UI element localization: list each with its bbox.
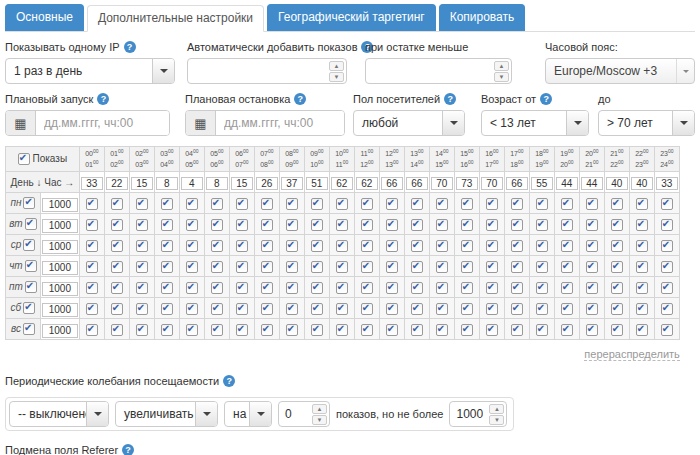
day-limit-input-ср[interactable] [42, 240, 78, 254]
hour-checkbox-вт-6[interactable] [236, 219, 248, 231]
hour-checkbox-вт-2[interactable] [136, 219, 148, 231]
chevron-down-icon[interactable] [676, 59, 694, 83]
spinner-buttons[interactable]: ▲▼ [329, 61, 344, 81]
hour-checkbox-сб-0[interactable] [86, 303, 98, 315]
hour-checkbox-вс-0[interactable] [86, 324, 98, 336]
hour-value-input-10[interactable] [331, 177, 353, 190]
hour-checkbox-пт-1[interactable] [111, 282, 123, 294]
shows-select-all-checkbox[interactable] [18, 153, 30, 165]
hour-value-input-15[interactable] [456, 177, 478, 190]
hour-checkbox-пт-13[interactable] [411, 282, 423, 294]
spinner-buttons[interactable]: ▲▼ [494, 61, 509, 81]
hour-checkbox-ср-3[interactable] [161, 240, 173, 252]
hour-checkbox-вт-8[interactable] [286, 219, 298, 231]
hour-checkbox-вс-22[interactable] [636, 324, 648, 336]
hour-checkbox-вс-11[interactable] [361, 324, 373, 336]
hour-checkbox-чт-15[interactable] [461, 261, 473, 273]
hour-checkbox-пн-5[interactable] [211, 198, 223, 210]
hour-checkbox-пн-23[interactable] [661, 198, 673, 210]
hour-checkbox-пт-17[interactable] [511, 282, 523, 294]
hour-value-input-12[interactable] [381, 177, 403, 190]
hour-value-input-9[interactable] [306, 177, 328, 190]
hour-checkbox-пт-7[interactable] [261, 282, 273, 294]
spinner-buttons[interactable]: ▲▼ [489, 404, 504, 424]
hour-checkbox-пт-21[interactable] [611, 282, 623, 294]
hour-checkbox-вс-14[interactable] [436, 324, 448, 336]
hour-checkbox-чт-21[interactable] [611, 261, 623, 273]
chevron-down-icon[interactable] [566, 111, 588, 135]
hour-value-input-5[interactable] [206, 177, 228, 190]
hour-checkbox-сб-1[interactable] [111, 303, 123, 315]
hour-checkbox-вт-23[interactable] [661, 219, 673, 231]
tab-0[interactable]: Основные [5, 4, 84, 31]
hour-checkbox-пт-15[interactable] [461, 282, 473, 294]
hour-checkbox-пн-4[interactable] [186, 198, 198, 210]
hour-checkbox-чт-5[interactable] [211, 261, 223, 273]
hour-checkbox-пн-7[interactable] [261, 198, 273, 210]
hour-checkbox-вс-18[interactable] [536, 324, 548, 336]
hour-checkbox-пн-19[interactable] [561, 198, 573, 210]
hour-checkbox-чт-20[interactable] [586, 261, 598, 273]
day-limit-input-пн[interactable] [42, 198, 78, 212]
help-icon[interactable]: ? [122, 444, 134, 455]
hour-checkbox-чт-14[interactable] [436, 261, 448, 273]
hour-checkbox-пн-8[interactable] [286, 198, 298, 210]
hour-checkbox-пн-3[interactable] [161, 198, 173, 210]
hour-checkbox-пн-10[interactable] [336, 198, 348, 210]
help-icon[interactable]: ? [444, 93, 456, 105]
hour-checkbox-сб-14[interactable] [436, 303, 448, 315]
hour-checkbox-ср-2[interactable] [136, 240, 148, 252]
hour-value-input-7[interactable] [256, 177, 278, 190]
hour-checkbox-вс-17[interactable] [511, 324, 523, 336]
hour-checkbox-сб-17[interactable] [511, 303, 523, 315]
hour-checkbox-вс-6[interactable] [236, 324, 248, 336]
hour-checkbox-пт-5[interactable] [211, 282, 223, 294]
day-limit-input-пт[interactable] [42, 282, 78, 296]
hour-checkbox-сб-13[interactable] [411, 303, 423, 315]
hour-checkbox-сб-2[interactable] [136, 303, 148, 315]
hour-checkbox-вт-10[interactable] [336, 219, 348, 231]
hour-checkbox-вт-9[interactable] [311, 219, 323, 231]
help-icon[interactable]: ? [223, 375, 235, 387]
hour-checkbox-пт-22[interactable] [636, 282, 648, 294]
hour-checkbox-чт-7[interactable] [261, 261, 273, 273]
hour-checkbox-пн-17[interactable] [511, 198, 523, 210]
chevron-down-icon[interactable] [86, 402, 108, 426]
hour-checkbox-пн-22[interactable] [636, 198, 648, 210]
hour-checkbox-сб-5[interactable] [211, 303, 223, 315]
hour-checkbox-пн-0[interactable] [86, 198, 98, 210]
hour-checkbox-ср-12[interactable] [386, 240, 398, 252]
hour-checkbox-пн-21[interactable] [611, 198, 623, 210]
timezone-select[interactable]: Europe/Moscow +3 [545, 58, 695, 84]
hour-checkbox-пт-0[interactable] [86, 282, 98, 294]
hour-checkbox-чт-22[interactable] [636, 261, 648, 273]
hour-checkbox-пт-19[interactable] [561, 282, 573, 294]
show-one-ip-select[interactable]: 1 раз в день [5, 58, 175, 84]
hour-checkbox-пн-18[interactable] [536, 198, 548, 210]
hour-checkbox-вт-3[interactable] [161, 219, 173, 231]
hour-checkbox-вт-7[interactable] [261, 219, 273, 231]
hour-value-input-1[interactable] [106, 177, 128, 190]
day-limit-input-сб[interactable] [42, 303, 78, 317]
age-from-select[interactable]: < 13 лет [481, 110, 589, 136]
hour-checkbox-сб-15[interactable] [461, 303, 473, 315]
hour-checkbox-вс-16[interactable] [486, 324, 498, 336]
hour-checkbox-вс-21[interactable] [611, 324, 623, 336]
hour-checkbox-ср-20[interactable] [586, 240, 598, 252]
hour-value-input-20[interactable] [581, 177, 603, 190]
hour-value-input-14[interactable] [431, 177, 453, 190]
help-icon[interactable]: ? [97, 93, 109, 105]
hour-checkbox-ср-10[interactable] [336, 240, 348, 252]
hour-checkbox-чт-6[interactable] [236, 261, 248, 273]
hour-checkbox-вт-14[interactable] [436, 219, 448, 231]
hour-checkbox-сб-22[interactable] [636, 303, 648, 315]
hour-checkbox-ср-21[interactable] [611, 240, 623, 252]
hour-checkbox-чт-12[interactable] [386, 261, 398, 273]
day-limit-input-вс[interactable] [42, 324, 78, 338]
fluctuation-mode-select[interactable]: -- выключено -- [9, 401, 109, 427]
fluctuation-amount-input[interactable] [279, 407, 312, 421]
hour-checkbox-вт-5[interactable] [211, 219, 223, 231]
hour-checkbox-сб-3[interactable] [161, 303, 173, 315]
hour-checkbox-пт-9[interactable] [311, 282, 323, 294]
hour-checkbox-пт-11[interactable] [361, 282, 373, 294]
